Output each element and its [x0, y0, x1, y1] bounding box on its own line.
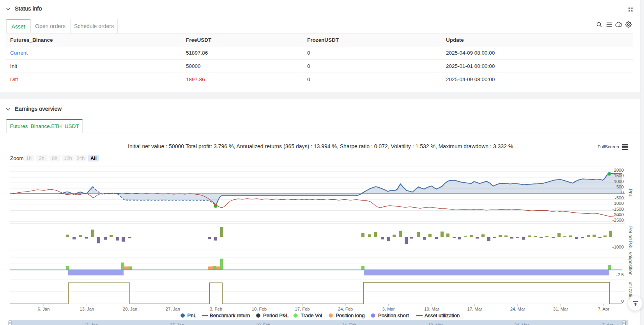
- svg-text:24. Mar: 24. Mar: [514, 323, 529, 325]
- svg-text:6. Jan: 6. Jan: [38, 307, 50, 311]
- svg-text:-2.5: -2.5: [616, 272, 624, 277]
- svg-text:13. Jan: 13. Jan: [80, 307, 94, 311]
- svg-text:-2500: -2500: [612, 218, 624, 222]
- svg-text:Period P&L: Period P&L: [263, 313, 289, 318]
- svg-text:-1000: -1000: [612, 245, 624, 249]
- svg-text:24. Feb: 24. Feb: [338, 307, 353, 311]
- svg-text:-1500: -1500: [612, 207, 624, 211]
- svg-text:vol/position: vol/position: [628, 252, 633, 275]
- svg-text:-500: -500: [615, 195, 624, 200]
- svg-text:17. Mar: 17. Mar: [467, 307, 482, 311]
- svg-text:24. Feb: 24. Feb: [342, 323, 356, 325]
- svg-text:PnL: PnL: [188, 313, 196, 318]
- svg-text:31. Mar: 31. Mar: [553, 307, 568, 311]
- svg-text:1000: 1000: [614, 179, 624, 184]
- svg-text:Position short: Position short: [378, 313, 409, 318]
- svg-text:1500: 1500: [614, 173, 624, 178]
- svg-text:500: 500: [616, 185, 624, 189]
- svg-text:10. Feb: 10. Feb: [252, 307, 267, 311]
- svg-text:Position long: Position long: [336, 313, 364, 318]
- svg-text:13. Jan: 13. Jan: [84, 323, 98, 325]
- svg-text:27. Jan: 27. Jan: [166, 307, 180, 311]
- svg-text:7. Apr: 7. Apr: [598, 307, 610, 311]
- svg-text:24. Mar: 24. Mar: [510, 307, 525, 311]
- svg-text:Asset utilization: Asset utilization: [425, 313, 460, 318]
- svg-text:Trade Vol: Trade Vol: [301, 313, 322, 318]
- svg-text:PnL: PnL: [628, 189, 633, 197]
- svg-text:-1000: -1000: [612, 201, 624, 206]
- svg-text:7. Apr: 7. Apr: [602, 323, 614, 325]
- svg-text:-2000: -2000: [612, 212, 624, 217]
- svg-text:10. Mar: 10. Mar: [424, 307, 439, 311]
- svg-text:10. Mar: 10. Mar: [428, 323, 443, 325]
- svg-text:10. Feb: 10. Feb: [256, 323, 270, 325]
- svg-text:Benchmark return: Benchmark return: [210, 313, 250, 318]
- svg-text:27. Jan: 27. Jan: [170, 323, 184, 325]
- svg-text:0: 0: [621, 190, 624, 195]
- svg-text:3. Feb: 3. Feb: [210, 307, 222, 311]
- svg-text:3. Mar: 3. Mar: [382, 307, 395, 311]
- svg-text:20. Jan: 20. Jan: [123, 307, 137, 311]
- svg-text:2000: 2000: [614, 168, 624, 172]
- svg-text:17. Feb: 17. Feb: [295, 307, 310, 311]
- svg-text:Period P&L: Period P&L: [628, 226, 633, 250]
- svg-text:0: 0: [621, 299, 624, 304]
